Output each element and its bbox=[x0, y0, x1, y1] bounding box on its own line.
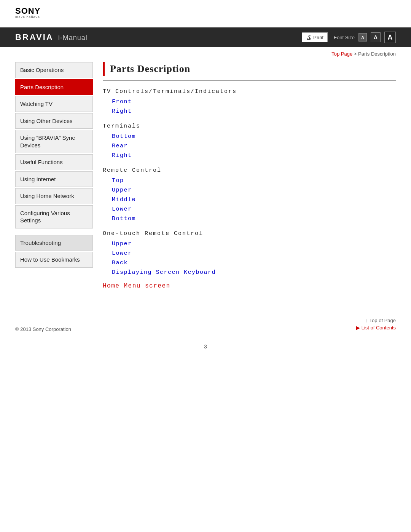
content-area: Parts Description TV Controls/Terminals/… bbox=[99, 58, 396, 291]
sidebar-item-parts-description[interactable]: Parts Description bbox=[15, 79, 93, 95]
link-right-1[interactable]: Right bbox=[103, 107, 396, 116]
section-tv-controls: TV Controls/Terminals/Indicators bbox=[103, 88, 396, 95]
link-bottom-2[interactable]: Bottom bbox=[103, 214, 396, 224]
sidebar-item-using-home-network[interactable]: Using Home Network bbox=[15, 188, 93, 204]
page-title-bar-decoration bbox=[103, 62, 105, 76]
link-upper-2[interactable]: Upper bbox=[103, 239, 396, 249]
sidebar-item-configuring-settings[interactable]: Configuring Various Settings bbox=[15, 205, 93, 228]
link-lower-1[interactable]: Lower bbox=[103, 204, 396, 214]
sony-tagline: make.believe bbox=[15, 15, 396, 19]
breadcrumb: Top Page > Parts Description bbox=[0, 47, 411, 58]
font-small-button[interactable]: A bbox=[358, 33, 367, 42]
sidebar-item-useful-functions[interactable]: Useful Functions bbox=[15, 154, 93, 170]
section-remote-control: Remote Control bbox=[103, 167, 396, 174]
right-arrow-icon: ▶ bbox=[356, 325, 362, 331]
font-large-button[interactable]: A bbox=[384, 32, 396, 43]
font-medium-button[interactable]: A bbox=[371, 32, 381, 42]
sidebar-item-how-to-use-bookmarks[interactable]: How to Use Bookmarks bbox=[15, 252, 93, 268]
nav-bar-left: BRAVIA i-Manual bbox=[15, 32, 88, 42]
breadcrumb-separator: > bbox=[352, 51, 358, 57]
link-bottom-1[interactable]: Bottom bbox=[103, 132, 396, 141]
page-title-container: Parts Description bbox=[103, 62, 396, 81]
sidebar-item-using-internet[interactable]: Using Internet bbox=[15, 171, 93, 187]
sidebar-item-watching-tv[interactable]: Watching TV bbox=[15, 96, 93, 112]
bravia-brand: BRAVIA bbox=[15, 32, 54, 42]
breadcrumb-top-link[interactable]: Top Page bbox=[331, 51, 352, 57]
link-right-2[interactable]: Right bbox=[103, 151, 396, 160]
imanual-title: i-Manual bbox=[58, 34, 88, 42]
breadcrumb-current: Parts Description bbox=[358, 51, 396, 57]
font-size-label: Font Size bbox=[334, 35, 355, 40]
nav-bar-right: 🖨 Print Font Size A A A bbox=[302, 32, 396, 43]
link-rear[interactable]: Rear bbox=[103, 141, 396, 151]
link-lower-2[interactable]: Lower bbox=[103, 249, 396, 258]
copyright-text: © 2013 Sony Corporation bbox=[15, 326, 71, 332]
list-of-contents-link[interactable]: ▶ List of Contents bbox=[356, 325, 396, 331]
link-front[interactable]: Front bbox=[103, 97, 396, 107]
logo-area: SONY make.believe bbox=[0, 0, 411, 23]
link-upper-1[interactable]: Upper bbox=[103, 185, 396, 195]
sony-logo: SONY bbox=[15, 7, 396, 15]
page-title: Parts Description bbox=[110, 63, 190, 75]
sidebar-item-using-other-devices[interactable]: Using Other Devices bbox=[15, 113, 93, 129]
sidebar-item-using-bravia-sync[interactable]: Using “BRAVIA” Sync Devices bbox=[15, 130, 93, 153]
link-top[interactable]: Top bbox=[103, 176, 396, 185]
sidebar: Basic Operations Parts Description Watch… bbox=[15, 58, 99, 291]
top-of-page-link[interactable]: ↑ Top of Page bbox=[356, 318, 396, 323]
sidebar-gap bbox=[15, 230, 93, 235]
sidebar-item-troubleshooting[interactable]: Troubleshooting bbox=[15, 235, 93, 251]
link-middle[interactable]: Middle bbox=[103, 195, 396, 204]
link-displaying-screen-keyboard[interactable]: Displaying Screen Keyboard bbox=[103, 268, 396, 277]
print-label: Print bbox=[313, 35, 323, 40]
print-button[interactable]: 🖨 Print bbox=[302, 32, 328, 42]
sidebar-item-basic-operations[interactable]: Basic Operations bbox=[15, 62, 93, 78]
main-layout: Basic Operations Parts Description Watch… bbox=[0, 58, 411, 291]
footer-links: ↑ Top of Page ▶ List of Contents bbox=[356, 318, 396, 332]
section-terminals: Terminals bbox=[103, 123, 396, 129]
link-home-menu-screen[interactable]: Home Menu screen bbox=[103, 281, 396, 291]
page-number: 3 bbox=[0, 340, 411, 357]
printer-icon: 🖨 bbox=[306, 34, 311, 40]
up-arrow-icon: ↑ bbox=[366, 318, 370, 323]
nav-bar: BRAVIA i-Manual 🖨 Print Font Size A A A bbox=[0, 27, 411, 47]
footer-area: © 2013 Sony Corporation ↑ Top of Page ▶ … bbox=[0, 306, 411, 340]
link-back[interactable]: Back bbox=[103, 258, 396, 268]
section-one-touch-remote: One-touch Remote Control bbox=[103, 230, 396, 237]
